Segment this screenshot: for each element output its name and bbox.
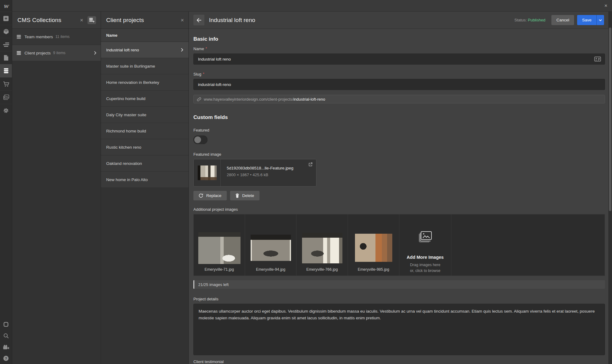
project-row[interactable]: Home renovation in Berkeley	[101, 74, 188, 91]
collection-row-team-members[interactable]: Team members 11 items	[12, 29, 101, 45]
left-toolbar-rail: w ?	[0, 0, 12, 364]
arrow-left-icon	[196, 18, 201, 22]
collection-label: Client projects	[24, 51, 51, 55]
featured-toggle[interactable]	[193, 136, 207, 144]
delete-button-label: Delete	[242, 193, 254, 198]
window-close-icon[interactable]: ×	[604, 3, 607, 8]
preview-icon[interactable]	[0, 319, 12, 330]
project-row-label: Home renovation in Berkeley	[106, 80, 159, 85]
contact-card-icon[interactable]	[594, 57, 601, 61]
add-more-images-dropzone[interactable]: Add More Images Drag images here or, cli…	[399, 214, 451, 276]
featured-image-info: 5d192083db08518...lle-Feature.jpeg 2800 …	[221, 159, 293, 186]
external-link-icon[interactable]	[308, 162, 312, 166]
images-quota-bar: 21/25 images left	[193, 280, 605, 289]
image-thumbnail	[355, 234, 392, 262]
image-thumbnail	[198, 232, 241, 264]
url-prefix: www.hayesvalleyinteriordesign.com/client…	[204, 97, 293, 102]
search-icon[interactable]	[0, 330, 12, 341]
image-thumbnail	[251, 235, 291, 261]
status-value: Published	[528, 18, 545, 22]
back-button[interactable]	[193, 15, 204, 25]
featured-image-thumbnail-cell[interactable]	[194, 159, 221, 186]
add-panel-icon[interactable]	[0, 12, 12, 25]
video-tutorials-icon[interactable]	[0, 341, 12, 353]
item-editor-header: Industrial loft reno Status: Published C…	[189, 12, 608, 29]
image-tile[interactable]: Emeryville-71.jpg	[194, 214, 245, 276]
cancel-button[interactable]: Cancel	[551, 15, 574, 25]
database-icon	[17, 35, 21, 39]
save-options-button[interactable]	[596, 15, 604, 25]
settings-gear-icon[interactable]	[0, 104, 12, 117]
featured-image-label: Featured image	[193, 152, 605, 157]
project-row[interactable]: Daly City master suite	[101, 107, 188, 123]
client-projects-close-icon[interactable]: ×	[181, 17, 184, 23]
replace-button[interactable]: Replace	[193, 191, 227, 200]
trash-icon	[235, 193, 239, 198]
elements-cube-icon[interactable]	[0, 25, 12, 38]
image-filename: Emeryville-71.jpg	[194, 267, 245, 272]
database-plus-icon	[89, 18, 95, 23]
cms-collections-close-icon[interactable]: ×	[80, 17, 83, 23]
project-row-label: Richmond home build	[106, 129, 146, 133]
chevron-right-icon	[181, 48, 183, 52]
add-collection-button[interactable]	[88, 16, 96, 24]
delete-button[interactable]: Delete	[230, 191, 259, 200]
client-testimonial-label: Client testimonial	[193, 359, 605, 364]
cms-database-icon[interactable]	[0, 64, 12, 77]
project-row-label: New home in Palo Alto	[106, 177, 148, 182]
project-row[interactable]: Oakland renovation	[101, 155, 188, 172]
additional-images-strip: Emeryville-71.jpg Emeryville-94.jpg Emer…	[193, 214, 605, 276]
name-input[interactable]: Industrial loft reno	[193, 54, 605, 65]
url-preview-bar: www.hayesvalleyinteriordesign.com/client…	[193, 95, 605, 103]
status-badge: Status: Published	[514, 18, 545, 22]
project-row[interactable]: New home in Palo Alto	[101, 172, 188, 188]
add-more-images-subtitle: Drag images here or, click to browse	[399, 262, 451, 274]
item-editor-panel: Industrial loft reno Status: Published C…	[189, 12, 608, 364]
navigator-icon[interactable]	[0, 38, 12, 51]
project-row-label: Rustic kitchen reno	[106, 145, 141, 150]
save-button-group: Save	[577, 15, 604, 25]
project-row[interactable]: Industrial loft reno	[101, 42, 188, 58]
collection-label: Team members	[24, 35, 53, 39]
scrollbar-thumb[interactable]	[609, 28, 611, 211]
featured-image-card: 5d192083db08518...lle-Feature.jpeg 2800 …	[193, 159, 316, 187]
collection-count: 9 items	[53, 51, 65, 55]
header-actions: Status: Published Cancel Save	[514, 15, 604, 25]
project-row[interactable]: Master suite in Burlingame	[101, 58, 188, 74]
pages-icon[interactable]	[0, 51, 12, 64]
ecommerce-cart-icon[interactable]	[0, 77, 12, 91]
project-details-textarea[interactable]: Maecenas ullamcorper auctor orci eget da…	[193, 304, 605, 355]
project-row[interactable]: Richmond home build	[101, 123, 188, 139]
image-tile[interactable]: Emeryville-766.jpg	[297, 214, 348, 276]
project-row-label: Daly City master suite	[106, 113, 146, 117]
client-projects-title: Client projects	[106, 17, 144, 24]
sync-icon	[199, 193, 203, 198]
database-icon	[17, 51, 21, 55]
images-strip-empty-area	[451, 214, 605, 276]
slug-input[interactable]: industrial-loft-reno	[193, 79, 605, 90]
project-row[interactable]: Rustic kitchen reno	[101, 139, 188, 155]
help-icon[interactable]: ?	[0, 353, 12, 364]
scrollbar-track[interactable]	[608, 12, 612, 364]
image-tile[interactable]: Emeryville-985.jpg	[348, 214, 399, 276]
cms-collections-panel: CMS Collections × Team members 11 items …	[12, 12, 101, 364]
image-thumbnail	[302, 233, 342, 263]
project-row-label: Cupertino home build	[106, 96, 145, 101]
featured-field-label: Featured	[193, 128, 605, 132]
project-row-label: Industrial loft reno	[106, 48, 139, 52]
image-tile[interactable]: Emeryville-94.jpg	[245, 214, 297, 276]
collection-row-client-projects[interactable]: Client projects 9 items	[12, 45, 101, 61]
required-marker: *	[206, 46, 207, 51]
url-slug: industrial-loft-reno	[293, 97, 325, 102]
webflow-logo: w	[0, 0, 12, 12]
assets-icon[interactable]	[0, 91, 12, 104]
project-row[interactable]: Cupertino home build	[101, 91, 188, 107]
link-icon	[197, 97, 201, 102]
item-editor-content: Basic info Name * Industrial loft reno S…	[193, 29, 605, 364]
cms-collections-title: CMS Collections	[17, 17, 61, 24]
save-button[interactable]: Save	[577, 15, 596, 25]
name-input-value: Industrial loft reno	[198, 57, 231, 61]
svg-text:?: ?	[5, 357, 7, 360]
slug-field-label: Slug *	[193, 72, 605, 76]
cms-collections-header: CMS Collections ×	[12, 12, 101, 29]
